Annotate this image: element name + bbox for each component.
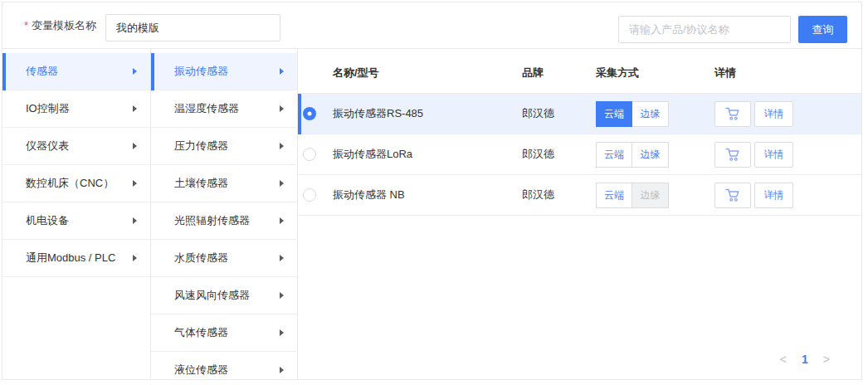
header-brand: 品牌 [522, 53, 544, 93]
arrow-right-icon [133, 180, 137, 187]
category-item-instrument[interactable]: 仪器仪表 [2, 128, 150, 165]
arrow-right-icon [133, 105, 137, 112]
subcategory-item-temp-humidity[interactable]: 温湿度传感器 [151, 90, 297, 128]
add-to-cart-button[interactable] [714, 183, 751, 208]
template-name-label: * 变量模板名称 [24, 2, 96, 48]
category-item-modbus-plc[interactable]: 通用Modbus / PLC [2, 240, 150, 277]
cart-icon [725, 148, 741, 162]
collection-method-toggle: 云端 边缘 [596, 101, 669, 127]
product-search-input[interactable] [618, 16, 791, 43]
subcategory-item-vibration[interactable]: 振动传感器 [151, 53, 297, 90]
arrow-right-icon [133, 68, 137, 75]
search-button[interactable]: 查询 [798, 16, 847, 43]
template-name-label-text: 变量模板名称 [32, 18, 96, 33]
arrow-right-icon [280, 217, 284, 224]
pagination-prev-icon[interactable]: < [780, 353, 787, 366]
subcategory-item-light-radiation[interactable]: 光照辐射传感器 [151, 202, 297, 240]
subcategory-item-gas[interactable]: 气体传感器 [151, 314, 297, 352]
edge-mode-button[interactable]: 边缘 [632, 101, 669, 127]
detail-button[interactable]: 详情 [754, 101, 793, 127]
collection-method-toggle: 云端 边缘 [596, 183, 669, 208]
product-name: 振动传感器LoRa [333, 134, 412, 174]
edge-mode-button-disabled: 边缘 [632, 183, 669, 208]
detail-button[interactable]: 详情 [754, 142, 793, 168]
table-row[interactable]: 振动传感器LoRa 郎汉德 云端 边缘 详情 [298, 134, 861, 175]
edge-mode-button[interactable]: 边缘 [632, 142, 669, 168]
row-radio[interactable] [303, 148, 316, 161]
table-header-row: 名称/型号 品牌 采集方式 详情 [298, 53, 861, 94]
add-to-cart-button[interactable] [714, 101, 751, 127]
pagination: < 1 > [780, 353, 830, 366]
arrow-right-icon [133, 217, 137, 224]
product-brand: 郎汉德 [522, 175, 554, 215]
product-name: 振动传感器 NB [333, 175, 405, 215]
product-brand: 郎汉德 [522, 94, 554, 134]
arrow-right-icon [280, 105, 284, 112]
subcategory-item-wind[interactable]: 风速风向传感器 [151, 277, 297, 314]
product-brand: 郎汉德 [522, 134, 554, 174]
arrow-right-icon [280, 180, 284, 187]
subcategory-item-soil[interactable]: 土壤传感器 [151, 165, 297, 202]
row-radio-selected[interactable] [303, 107, 316, 120]
top-form-row: * 变量模板名称 查询 [2, 2, 861, 49]
cart-icon [725, 107, 741, 121]
collection-method-toggle: 云端 边缘 [596, 142, 669, 168]
category-menu: 传感器 IO控制器 仪器仪表 数控机床（CNC） 机电设备 通用Modbus /… [2, 49, 151, 379]
subcategory-menu: 振动传感器 温湿度传感器 压力传感器 土壤传感器 光照辐射传感器 水质传感器 风… [151, 49, 298, 379]
cart-icon [725, 188, 741, 202]
pagination-next-icon[interactable]: > [823, 353, 830, 366]
arrow-right-icon [280, 68, 284, 75]
add-to-cart-button[interactable] [714, 142, 751, 168]
arrow-right-icon [280, 367, 284, 373]
template-product-picker-panel: * 变量模板名称 查询 传感器 IO控制器 仪器仪表 数控机床（CNC） 机电设… [2, 2, 862, 380]
pagination-page-1[interactable]: 1 [802, 353, 808, 366]
subcategory-item-pressure[interactable]: 压力传感器 [151, 128, 297, 165]
arrow-right-icon [280, 292, 284, 299]
arrow-right-icon [280, 143, 284, 149]
row-radio[interactable] [303, 188, 316, 202]
header-detail: 详情 [714, 53, 736, 93]
header-collection-method: 采集方式 [596, 53, 639, 93]
category-item-io-controller[interactable]: IO控制器 [2, 90, 150, 128]
category-item-electromechanical[interactable]: 机电设备 [2, 202, 150, 240]
table-row[interactable]: 振动传感器 NB 郎汉德 云端 边缘 详情 [298, 175, 861, 216]
product-name: 振动传感器RS-485 [333, 94, 423, 134]
arrow-right-icon [280, 255, 284, 261]
detail-button[interactable]: 详情 [754, 183, 793, 208]
table-row[interactable]: 振动传感器RS-485 郎汉德 云端 边缘 详情 [298, 94, 861, 134]
cloud-mode-button[interactable]: 云端 [596, 183, 632, 208]
arrow-right-icon [133, 255, 137, 261]
arrow-right-icon [133, 143, 137, 149]
subcategory-item-liquid-level[interactable]: 液位传感器 [151, 352, 297, 380]
subcategory-item-water-quality[interactable]: 水质传感器 [151, 240, 297, 277]
cloud-mode-button[interactable]: 云端 [596, 101, 632, 127]
required-asterisk: * [24, 19, 28, 32]
template-name-input[interactable] [105, 14, 280, 41]
category-item-cnc[interactable]: 数控机床（CNC） [2, 165, 150, 202]
category-item-sensor[interactable]: 传感器 [2, 53, 150, 90]
cloud-mode-button[interactable]: 云端 [596, 142, 632, 168]
product-table: 名称/型号 品牌 采集方式 详情 振动传感器RS-485 郎汉德 云端 边缘 详… [298, 49, 861, 379]
arrow-right-icon [280, 329, 284, 336]
header-name-model: 名称/型号 [333, 53, 379, 93]
